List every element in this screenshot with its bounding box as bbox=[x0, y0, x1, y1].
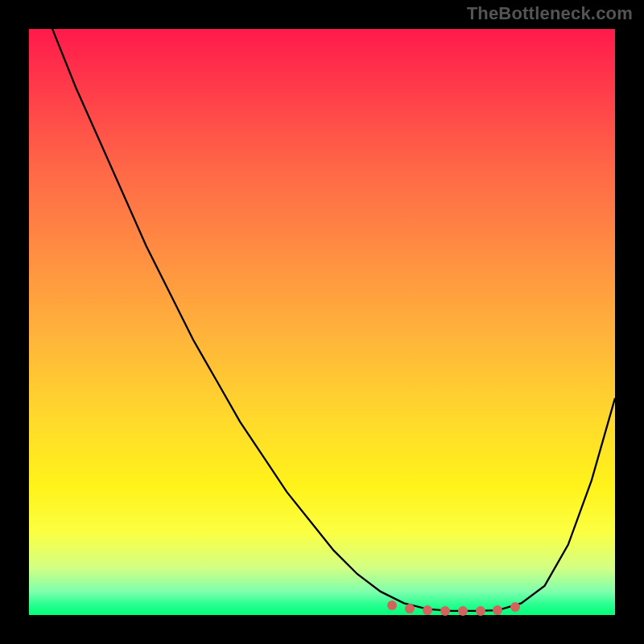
sweet-spot-dot bbox=[510, 602, 520, 612]
attribution-text: TheBottleneck.com bbox=[467, 3, 633, 24]
sweet-spot-dot bbox=[387, 601, 397, 610]
sweet-spot-dot bbox=[493, 605, 502, 615]
sweet-spot-dot bbox=[405, 604, 415, 613]
sweet-spot-dot bbox=[458, 606, 468, 616]
sweet-spot-dots bbox=[29, 29, 615, 615]
sweet-spot-dot bbox=[423, 605, 432, 615]
sweet-spot-dot bbox=[440, 606, 450, 616]
figure-frame: TheBottleneck.com bbox=[0, 0, 644, 644]
gradient-plot-area bbox=[29, 29, 615, 615]
sweet-spot-dot bbox=[476, 606, 485, 616]
